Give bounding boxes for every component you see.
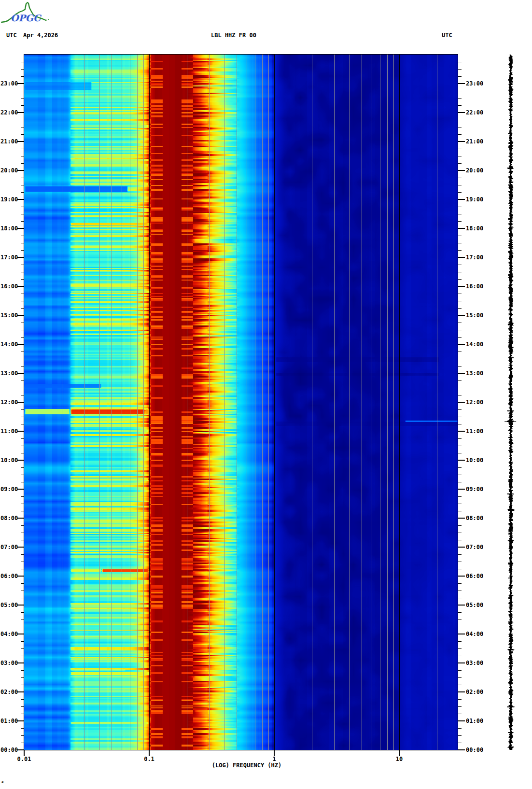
time-tick-minor-right xyxy=(458,612,462,613)
time-tick-major-left xyxy=(17,576,24,577)
time-tick-minor-right xyxy=(458,591,462,591)
time-label-left: 20:00 xyxy=(0,167,18,174)
time-tick-minor-right xyxy=(458,554,462,555)
time-tick-minor-right xyxy=(458,178,462,178)
time-label-left: 15:00 xyxy=(0,311,18,319)
time-tick-major-right xyxy=(458,749,465,750)
time-label-left: 12:00 xyxy=(0,398,18,406)
time-label-right: 12:00 xyxy=(466,398,487,406)
time-tick-minor-right xyxy=(458,207,462,207)
time-tick-minor-right xyxy=(458,120,462,120)
time-tick-minor-right xyxy=(458,323,462,323)
freq-tick-label: 0.01 xyxy=(10,755,39,763)
time-tick-minor-right xyxy=(458,236,462,236)
time-tick-minor-left xyxy=(21,446,24,446)
time-tick-minor-left xyxy=(21,308,24,309)
time-tick-minor-right xyxy=(458,214,462,214)
time-label-left: 14:00 xyxy=(0,340,18,348)
time-tick-major-right xyxy=(458,547,465,548)
time-tick-minor-right xyxy=(458,583,462,584)
time-label-left: 01:00 xyxy=(0,717,18,725)
time-tick-minor-right xyxy=(458,533,462,533)
time-tick-minor-left xyxy=(21,120,24,120)
time-tick-minor-right xyxy=(458,620,462,620)
time-tick-major-right xyxy=(458,605,465,606)
time-tick-minor-right xyxy=(458,294,462,294)
time-tick-minor-right xyxy=(458,366,462,366)
time-tick-major-right xyxy=(458,373,465,374)
time-tick-minor-left xyxy=(21,98,24,99)
time-tick-minor-left xyxy=(21,105,24,106)
time-tick-major-left xyxy=(17,605,24,606)
time-tick-minor-left xyxy=(21,525,24,526)
time-tick-minor-left xyxy=(21,62,24,62)
time-label-left: 19:00 xyxy=(0,196,18,203)
time-tick-minor-right xyxy=(458,569,462,569)
time-tick-major-left xyxy=(17,199,24,200)
time-tick-major-right xyxy=(458,112,465,113)
time-tick-minor-left xyxy=(21,380,24,381)
time-tick-minor-right xyxy=(458,352,462,352)
opgc-logo: OPGC xyxy=(1,1,49,24)
time-tick-minor-left xyxy=(21,467,24,468)
time-tick-minor-right xyxy=(458,359,462,359)
time-tick-major-left xyxy=(17,402,24,403)
time-tick-minor-right xyxy=(458,185,462,185)
time-tick-minor-left xyxy=(21,359,24,359)
time-tick-major-right xyxy=(458,344,465,345)
time-tick-major-left xyxy=(17,373,24,374)
time-label-left: 09:00 xyxy=(0,485,18,493)
time-tick-minor-right xyxy=(458,163,462,164)
time-tick-major-right xyxy=(458,83,465,84)
time-tick-minor-left xyxy=(21,323,24,323)
time-tick-minor-left xyxy=(21,540,24,540)
time-tick-minor-left xyxy=(21,706,24,707)
time-tick-major-right xyxy=(458,228,465,229)
time-tick-minor-right xyxy=(458,98,462,99)
time-tick-major-left xyxy=(17,344,24,345)
spectrogram-page: OPGC UTC Apr 4,2026 LBL HHZ FR 00 UTC 00… xyxy=(0,0,532,789)
time-tick-major-left xyxy=(17,518,24,519)
time-tick-minor-left xyxy=(21,337,24,338)
time-tick-major-left xyxy=(17,170,24,171)
time-tick-minor-right xyxy=(458,221,462,222)
time-tick-minor-right xyxy=(458,243,462,243)
time-tick-minor-left xyxy=(21,236,24,236)
time-tick-minor-left xyxy=(21,330,24,330)
time-tick-minor-left xyxy=(21,149,24,149)
time-tick-minor-left xyxy=(21,163,24,164)
time-label-left: 06:00 xyxy=(0,572,18,580)
time-tick-minor-left xyxy=(21,221,24,222)
time-tick-minor-right xyxy=(458,91,462,91)
time-label-left: 17:00 xyxy=(0,254,18,261)
spectrogram-canvas xyxy=(24,55,458,750)
time-label-right: 14:00 xyxy=(466,340,487,348)
time-tick-minor-left xyxy=(21,677,24,678)
time-label-right: 21:00 xyxy=(466,138,487,145)
time-tick-minor-left xyxy=(21,409,24,410)
time-label-right: 07:00 xyxy=(466,543,487,551)
time-tick-major-right xyxy=(458,518,465,519)
time-tick-major-right xyxy=(458,402,465,403)
time-tick-minor-right xyxy=(458,156,462,156)
time-tick-minor-left xyxy=(21,648,24,649)
time-tick-minor-right xyxy=(458,388,462,388)
time-tick-minor-left xyxy=(21,279,24,280)
time-tick-minor-left xyxy=(21,417,24,417)
time-label-right: 19:00 xyxy=(466,196,487,203)
time-label-right: 16:00 xyxy=(466,282,487,290)
time-tick-minor-left xyxy=(21,735,24,736)
time-tick-minor-left xyxy=(21,127,24,127)
time-tick-minor-left xyxy=(21,366,24,366)
time-tick-minor-right xyxy=(458,301,462,301)
time-tick-minor-left xyxy=(21,728,24,729)
time-tick-minor-right xyxy=(458,677,462,678)
time-tick-major-right xyxy=(458,431,465,432)
time-tick-major-left xyxy=(17,112,24,113)
footer-mark: a xyxy=(1,780,3,784)
time-tick-major-left xyxy=(17,286,24,287)
time-label-right: 20:00 xyxy=(466,167,487,174)
time-tick-minor-left xyxy=(21,134,24,135)
time-tick-minor-left xyxy=(21,301,24,301)
time-tick-minor-right xyxy=(458,250,462,251)
